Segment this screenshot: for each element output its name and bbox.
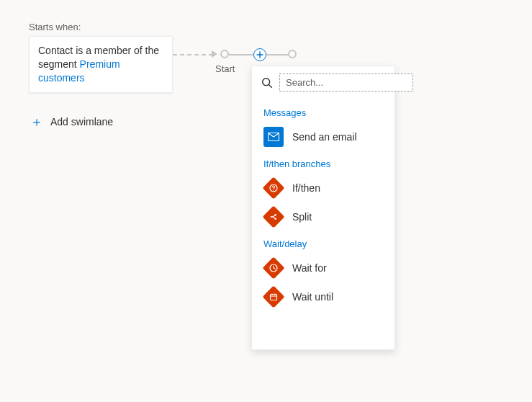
search-icon bbox=[261, 76, 274, 89]
item-label: Wait until bbox=[292, 291, 333, 303]
start-node-label: Start bbox=[215, 63, 235, 74]
item-label: Send an email bbox=[292, 131, 357, 143]
start-node[interactable] bbox=[220, 50, 229, 58]
item-if-then[interactable]: If/then bbox=[252, 174, 395, 202]
item-split[interactable]: Split bbox=[252, 202, 395, 231]
group-label-wait: Wait/delay bbox=[252, 231, 395, 254]
calendar-icon bbox=[262, 285, 284, 308]
add-step-node[interactable] bbox=[253, 48, 266, 61]
plus-icon: ＋ bbox=[30, 115, 43, 128]
svg-rect-6 bbox=[271, 295, 277, 300]
search-row bbox=[252, 66, 395, 97]
split-icon bbox=[262, 205, 284, 228]
group-label-messages: Messages bbox=[252, 100, 395, 122]
starts-when-label: Starts when: bbox=[29, 22, 81, 32]
svg-point-4 bbox=[273, 189, 274, 190]
arrowhead-icon bbox=[212, 50, 217, 58]
start-condition-card[interactable]: Contact is a member of the segment Premi… bbox=[29, 36, 173, 93]
mail-icon bbox=[263, 127, 284, 147]
svg-line-1 bbox=[269, 84, 272, 87]
question-icon bbox=[262, 177, 284, 199]
item-wait-for[interactable]: Wait for bbox=[252, 254, 395, 282]
item-label: Split bbox=[292, 211, 312, 223]
end-node bbox=[288, 50, 297, 58]
add-step-dropdown: Messages Send an email If/then branches … bbox=[251, 66, 395, 350]
item-wait-until[interactable]: Wait until bbox=[252, 282, 395, 311]
dropdown-body[interactable]: Messages Send an email If/then branches … bbox=[252, 97, 395, 349]
connector-dashed bbox=[173, 54, 213, 55]
add-swimlane-button[interactable]: ＋ Add swimlane bbox=[30, 115, 113, 128]
svg-point-0 bbox=[263, 78, 270, 85]
add-swimlane-label: Add swimlane bbox=[50, 116, 113, 128]
clock-icon bbox=[262, 256, 284, 279]
plus-icon bbox=[256, 51, 263, 58]
search-input[interactable] bbox=[279, 73, 413, 91]
connector-solid-2 bbox=[266, 54, 288, 55]
item-label: Wait for bbox=[292, 262, 327, 274]
connector-solid bbox=[229, 54, 253, 55]
item-send-email[interactable]: Send an email bbox=[252, 122, 395, 151]
group-label-branches: If/then branches bbox=[252, 151, 395, 174]
item-label: If/then bbox=[292, 182, 320, 194]
